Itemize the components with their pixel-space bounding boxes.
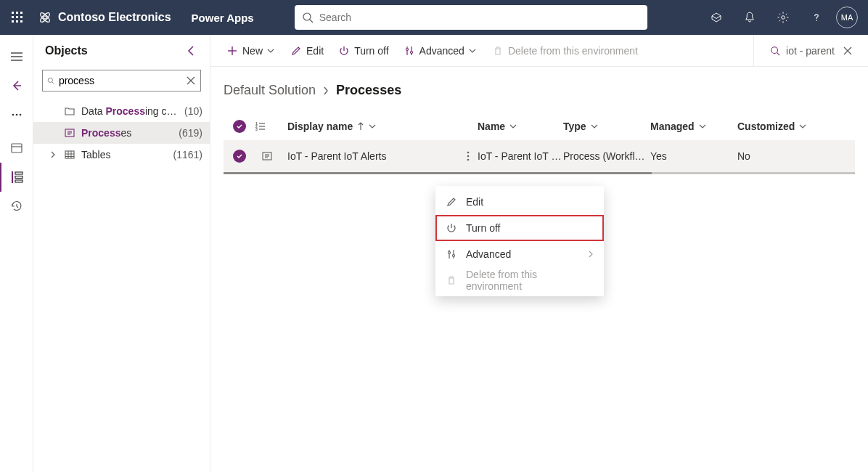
svg-point-60: [449, 252, 451, 254]
tree-item-count: (10): [184, 105, 210, 117]
new-label: New: [242, 45, 263, 57]
column-header-customized[interactable]: Customized: [737, 121, 855, 132]
bell-icon: [743, 11, 756, 24]
svg-rect-5: [20, 16, 22, 18]
environment-button[interactable]: [700, 0, 733, 35]
menu-item-edit[interactable]: Edit: [435, 189, 604, 215]
command-bar: New Edit Turn off Advanced Delete from t…: [210, 35, 868, 67]
filter-text: iot - parent: [786, 45, 835, 57]
svg-point-42: [406, 48, 408, 50]
sort-asc-icon: [357, 122, 364, 131]
svg-rect-6: [12, 20, 14, 23]
grid-header-row: 123 Display name Name Type: [224, 113, 855, 140]
settings-button[interactable]: [766, 0, 800, 35]
reorder-column-button[interactable]: 123: [255, 121, 287, 131]
help-button[interactable]: [800, 0, 833, 35]
power-icon: [338, 45, 350, 57]
edit-button[interactable]: Edit: [283, 35, 331, 67]
svg-rect-2: [20, 12, 22, 14]
column-header-type[interactable]: Type: [563, 121, 650, 132]
content: Default Solution Processes 123 Display n…: [210, 67, 868, 174]
objects-search-input[interactable]: [54, 75, 186, 86]
search-icon: [47, 76, 54, 86]
chevron-down-icon: [699, 123, 706, 129]
checkmark-icon: [233, 120, 246, 133]
svg-line-13: [310, 20, 313, 23]
notifications-button[interactable]: [733, 0, 766, 35]
user-avatar[interactable]: MA: [836, 7, 858, 28]
row-checkbox[interactable]: [224, 150, 255, 163]
column-header-name[interactable]: Name: [478, 121, 563, 132]
objects-panel: Objects Data Processing con… (10) Proce: [33, 35, 210, 472]
rail-overview-button[interactable]: [0, 134, 33, 163]
power-icon: [446, 223, 457, 233]
trash-icon: [492, 45, 504, 57]
tree-item-data-processing[interactable]: Data Processing con… (10): [33, 100, 210, 122]
waffle-icon: [12, 12, 23, 23]
turnoff-label: Turn off: [354, 45, 388, 57]
header-right: MA: [700, 0, 862, 35]
gear-icon: [777, 11, 790, 24]
svg-rect-0: [12, 12, 14, 14]
svg-point-44: [771, 46, 778, 53]
cell-type: Process (Workflo…: [563, 150, 650, 162]
app-header: Contoso Electronics Power Apps MA: [0, 0, 868, 35]
left-rail: [0, 35, 33, 472]
chevron-right-icon: [323, 86, 329, 95]
breadcrumb: Default Solution Processes: [224, 83, 855, 98]
tree-item-tables[interactable]: Tables (1161): [33, 144, 210, 166]
help-icon: [810, 11, 823, 24]
rail-history-button[interactable]: [0, 192, 33, 221]
objects-search[interactable]: [42, 70, 201, 91]
svg-point-21: [19, 114, 21, 116]
chevron-right-icon[interactable]: [48, 151, 58, 158]
more-vertical-icon: [467, 151, 470, 161]
cell-display-name: IoT - Parent IoT Alerts: [287, 150, 459, 162]
rail-back-button[interactable]: [0, 71, 33, 100]
breadcrumb-parent[interactable]: Default Solution: [224, 83, 316, 98]
global-search-input[interactable]: [319, 12, 640, 23]
rail-more-button[interactable]: [0, 100, 33, 129]
svg-point-9: [44, 16, 46, 19]
back-arrow-icon: [11, 80, 22, 91]
svg-point-56: [467, 155, 470, 158]
chevron-right-icon: [588, 251, 594, 258]
collapse-panel-button[interactable]: [182, 42, 200, 60]
svg-point-12: [303, 13, 311, 20]
advanced-label: Advanced: [419, 45, 464, 57]
more-horizontal-icon: [12, 113, 22, 116]
svg-rect-22: [12, 144, 22, 152]
app-name: Power Apps: [192, 12, 254, 24]
tree-item-label: Data Processing con…: [81, 105, 179, 117]
column-header-managed[interactable]: Managed: [650, 121, 737, 132]
clear-search-button[interactable]: [186, 73, 196, 88]
tree-item-count: (1161): [173, 149, 210, 160]
svg-point-61: [453, 255, 455, 257]
search-icon: [770, 46, 780, 56]
brand-logo-icon: [38, 10, 52, 25]
global-search[interactable]: [295, 5, 647, 30]
menu-item-turn-off[interactable]: Turn off: [435, 215, 604, 241]
tree-item-processes[interactable]: Processes (619): [33, 122, 210, 144]
app-launcher-button[interactable]: [0, 0, 35, 35]
svg-text:3: 3: [255, 127, 258, 131]
new-button[interactable]: New: [219, 35, 283, 67]
chevron-down-icon: [591, 123, 598, 129]
table-row[interactable]: IoT - Parent IoT Alerts IoT - Parent IoT…: [224, 140, 855, 172]
menu-item-advanced[interactable]: Advanced: [435, 241, 604, 267]
svg-rect-27: [15, 180, 22, 182]
turnoff-button[interactable]: Turn off: [331, 35, 396, 67]
svg-line-45: [777, 52, 780, 55]
clear-filter-button[interactable]: [840, 44, 855, 58]
rail-menu-button[interactable]: [0, 42, 33, 71]
column-header-display-name[interactable]: Display name: [287, 121, 459, 132]
select-all-checkbox[interactable]: [224, 120, 255, 133]
advanced-button[interactable]: Advanced: [396, 35, 485, 67]
cell-managed: Yes: [650, 150, 737, 162]
menu-item-delete: Delete from this environment: [435, 267, 604, 293]
tree-item-label: Processes: [81, 127, 173, 139]
chevron-down-icon: [509, 123, 517, 129]
rail-objects-button[interactable]: [0, 163, 33, 192]
grid-filter[interactable]: iot - parent: [766, 44, 859, 58]
row-more-button[interactable]: [459, 147, 478, 166]
